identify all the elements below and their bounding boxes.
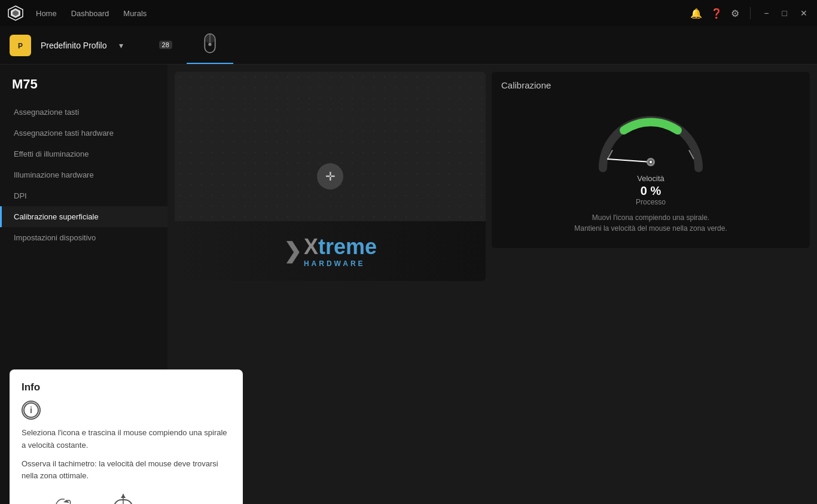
notification-icon[interactable]: 🔔 [690, 8, 702, 19]
device-title: M75 [0, 77, 167, 102]
velocity-label: Velocità [637, 174, 664, 183]
sidebar-item-effetti-illuminazione[interactable]: Effetti di illuminazione [0, 143, 167, 164]
app-logo [7, 5, 24, 22]
settings-icon[interactable]: ⚙ [731, 8, 739, 19]
move-crosshair-icon[interactable]: ✛ [317, 163, 343, 190]
spiral-mouse-diagram [33, 492, 75, 504]
profile-icon: P [10, 35, 31, 56]
gauge-instructions: Muovi l'icona compiendo una spirale. Man… [574, 212, 727, 234]
nav-home[interactable]: Home [36, 7, 57, 20]
svg-text:P: P [18, 42, 23, 50]
mousepad-area: ✛ ❯ X treme HARDWARE [175, 72, 486, 281]
restore-button[interactable]: □ [780, 8, 789, 18]
svg-text:i: i [30, 405, 32, 415]
svg-rect-8 [205, 33, 215, 43]
xtreme-logo-area: ❯ X treme HARDWARE [175, 221, 486, 281]
sidebar-item-illuminazione-hardware[interactable]: Illuminazione hardware [0, 164, 167, 185]
speedometer-diagram [171, 491, 219, 504]
instruction-line2: Mantieni la velocità del mouse nella zon… [574, 223, 727, 234]
close-button[interactable]: ✕ [798, 8, 810, 18]
sidebar-item-assegnazione-hardware[interactable]: Assegnazione tasti hardware [0, 123, 167, 143]
device-tab-mouse[interactable] [187, 26, 233, 64]
sidebar-item-impostazioni[interactable]: Impostazioni dispositivo [0, 227, 167, 248]
topnav-right: 🔔 ❓ ⚙ − □ ✕ [690, 7, 810, 19]
calibration-title: Calibrazione [501, 80, 800, 90]
info-illustrations [22, 491, 231, 504]
instruction-line1: Muovi l'icona compiendo una spirale. [574, 212, 727, 223]
gauge-labels: Velocità 0 % Processo [636, 174, 666, 206]
hardware-text: HARDWARE [304, 259, 365, 268]
mouse-arrows-illustration [99, 491, 147, 504]
sidebar-item-dpi[interactable]: DPI [0, 185, 167, 206]
xtreme-logo: X treme HARDWARE [304, 234, 377, 268]
device-tabs: 28 [145, 26, 233, 64]
info-panel: Info i Seleziona l'icona e trascina il m… [10, 369, 243, 504]
topnav: Home Dashboard Murals 🔔 ❓ ⚙ − □ ✕ [0, 0, 817, 26]
gauge-container: Velocità 0 % Processo Muovi l'icona comp… [501, 96, 800, 240]
svg-point-14 [650, 161, 652, 163]
info-title: Info [22, 381, 231, 393]
minimize-button[interactable]: − [761, 8, 771, 18]
spiral-illustration [33, 492, 75, 504]
info-text-1: Seleziona l'icona e trascina il mouse co… [22, 427, 231, 452]
processo-label: Processo [636, 198, 666, 206]
profile-dropdown-chevron[interactable]: ▾ [119, 41, 123, 50]
svg-line-11 [608, 159, 651, 162]
profile-name: Predefinito Profilo [41, 41, 107, 50]
xtreme-x-letter: X [304, 234, 318, 259]
device-tab-number: 28 [159, 41, 172, 49]
speedometer-illustration [171, 491, 219, 504]
mouse-device-icon [201, 33, 219, 57]
right-column: Calibrazione [492, 72, 810, 497]
sidebar-item-calibrazione[interactable]: Calibrazione superficiale [0, 206, 167, 227]
info-text-2: Osserva il tachimetro: la velocità del m… [22, 458, 231, 483]
nav-dashboard[interactable]: Dashboard [71, 7, 109, 20]
content-area: ✛ ❯ X treme HARDWARE [167, 65, 817, 504]
info-circle-icon: i [22, 401, 41, 420]
speedometer-gauge [591, 102, 711, 180]
logo-arrow-icon: ❯ [283, 239, 301, 264]
mouse-direction-diagram [99, 491, 147, 504]
calibration-panel: Calibrazione [492, 72, 810, 248]
topnav-links: Home Dashboard Murals [36, 7, 678, 20]
sidebar-item-assegnazione-tasti[interactable]: Assegnazione tasti [0, 102, 167, 123]
xtreme-treme-text: treme [318, 234, 377, 259]
two-col-layout: ✛ ❯ X treme HARDWARE [175, 72, 810, 497]
device-tab-28[interactable]: 28 [145, 26, 187, 64]
main-layout: M75 Assegnazione tasti Assegnazione tast… [0, 65, 817, 504]
profilebar: P Predefinito Profilo ▾ 28 [0, 26, 817, 65]
help-icon[interactable]: ❓ [711, 8, 723, 19]
nav-murals[interactable]: Murals [123, 7, 147, 20]
gauge-percent: 0 % [641, 184, 661, 198]
